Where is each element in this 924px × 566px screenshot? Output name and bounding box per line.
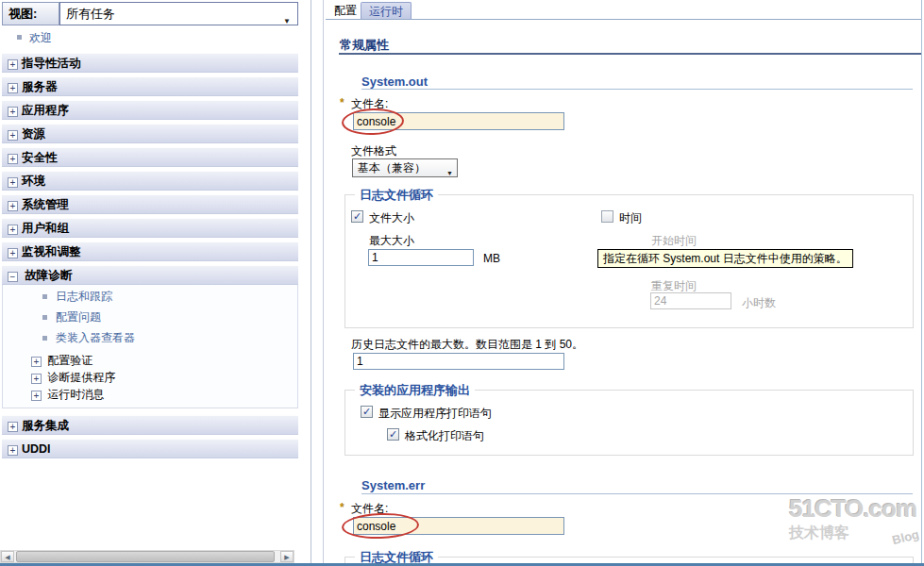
file-size-label: 文件大小 [369,210,414,226]
sidebar-item-logs-trace[interactable]: 日志和跟踪 [3,289,297,304]
repeat-time-unit: 小时数 [742,295,776,311]
filename-label: 文件名: [351,96,388,112]
admin-console-page: 视图: 所有任务 ▼ 欢迎 +指导性活动 +服务器 +应用程序 +资源 +安全性… [0,0,924,566]
view-label: 视图: [2,2,59,25]
check-icon: ✓ [389,428,397,440]
frame-right-border [921,0,922,566]
scrollbar-thumb[interactable] [16,551,275,562]
time-checkbox[interactable] [601,210,613,223]
max-size-label: 最大大小 [369,233,414,249]
sidebar-item-config-validation[interactable]: + 配置验证 [3,353,297,368]
log-rotation-legend: 日志文件循环 [355,187,438,204]
expand-icon[interactable]: + [8,107,18,117]
welcome-link[interactable]: 欢迎 [29,30,52,46]
file-format-dropdown[interactable]: 基本（兼容） ▼ [352,158,458,177]
sidebar-item-config-problems[interactable]: 配置问题 [3,309,297,325]
expand-icon[interactable]: + [31,374,42,384]
tab-runtime[interactable]: 运行时 [361,2,412,19]
expand-icon[interactable]: + [8,83,18,93]
format-print-checkbox[interactable]: ✓ [387,428,399,441]
file-format-label: 文件格式 [351,143,396,159]
navigation-sidebar: 视图: 所有任务 ▼ 欢迎 +指导性活动 +服务器 +应用程序 +资源 +安全性… [0,0,300,566]
tooltip: 指定在循环 System.out 日志文件中使用的策略。 [597,249,853,268]
file-size-checkbox[interactable]: ✓ [351,210,363,223]
show-print-checkbox[interactable]: ✓ [361,406,373,418]
expand-icon[interactable]: + [8,59,18,70]
chevron-down-icon: ▼ [446,165,453,182]
required-marker: * [340,501,344,514]
view-dropdown-value: 所有任务 [66,7,115,21]
format-print-label: 格式化打印语句 [405,428,484,444]
bullet-icon [17,35,22,40]
sidebar-item-security[interactable]: +安全性 [2,147,298,167]
watermark: 51CTO.com 技术博客 Blog [789,494,921,543]
sidebar-item-applications[interactable]: +应用程序 [2,100,298,120]
start-time-label: 开始时间 [651,233,697,249]
watermark-brand: 51CTO.com [789,494,921,524]
history-max-input[interactable] [353,353,564,370]
filename-label: 文件名: [351,501,388,517]
bullet-icon [42,336,47,341]
sidebar-item-diagnostic-providers[interactable]: + 诊断提供程序 [3,370,297,385]
tab-underline [326,19,922,20]
system-out-filename-input[interactable] [353,112,564,130]
installed-app-output-fieldset: 安装的应用程序输出 ✓ 显示应用程序打印语句 ✓ 格式化打印语句 [344,390,914,456]
installed-app-output-legend: 安装的应用程序输出 [355,382,475,399]
time-label: 时间 [619,210,642,226]
max-size-unit: MB [483,252,500,265]
sidebar-item-environment[interactable]: +环境 [2,171,298,191]
scroll-left-icon[interactable]: ◀ [1,551,14,562]
tab-configuration[interactable]: 配置 [327,2,364,19]
expand-icon[interactable]: + [8,225,18,235]
sidebar-item-troubleshooting[interactable]: − 故障诊断 [2,265,298,285]
frame-divider [323,0,324,566]
scroll-right-icon[interactable]: ▶ [280,551,294,562]
sidebar-item-monitoring[interactable]: +监视和调整 [2,241,298,261]
required-marker: * [340,96,344,109]
heading-rule [339,53,922,55]
system-out-heading: System.out [361,75,428,89]
frame-divider [311,0,311,566]
check-icon: ✓ [353,210,361,222]
sidebar-item-system-admin[interactable]: +系统管理 [2,194,298,214]
check-icon: ✓ [362,406,371,417]
bullet-icon [42,294,47,299]
file-format-value: 基本（兼容） [358,161,426,175]
troubleshooting-panel: 日志和跟踪 配置问题 类装入器查看器 + 配置验证 + 诊断提供程序 + 运行时… [2,285,298,408]
collapse-icon[interactable]: − [8,272,18,282]
view-dropdown[interactable]: 所有任务 ▼ [59,2,298,25]
expand-icon[interactable]: + [8,445,18,456]
sidebar-item-runtime-messages[interactable]: + 运行时消息 [3,387,297,402]
sidebar-item-welcome[interactable]: 欢迎 [0,29,298,46]
sidebar-item-guided-activities[interactable]: +指导性活动 [2,53,298,73]
expand-icon[interactable]: + [8,154,18,164]
sidebar-item-uddi[interactable]: +UDDI [2,439,298,458]
general-properties-heading: 常规属性 [340,37,389,54]
show-print-label: 显示应用程序打印语句 [378,406,492,422]
expand-icon[interactable]: + [8,177,18,188]
sidebar-item-resources[interactable]: +资源 [2,124,298,143]
repeat-time-input [650,292,731,309]
sidebar-item-service-integration[interactable]: +服务集成 [2,415,298,435]
history-label: 历史日志文件的最大数。数目范围是 1 到 50。 [351,337,583,353]
max-size-input[interactable] [368,249,474,266]
main-content: 配置 运行时 常规属性 System.out * 文件名: 文件格式 基本（兼容… [326,0,922,566]
sidebar-item-users-groups[interactable]: +用户和组 [2,218,298,238]
expand-icon[interactable]: + [8,248,18,258]
system-err-heading: System.err [361,478,425,492]
sidebar-item-servers[interactable]: +服务器 [2,76,298,96]
expand-icon[interactable]: + [8,422,18,432]
sidebar-item-classloader-viewer[interactable]: 类装入器查看器 [3,330,297,345]
expand-icon[interactable]: + [31,391,42,401]
heading-rule [361,89,913,90]
expand-icon[interactable]: + [31,357,42,367]
bullet-icon [42,315,47,320]
expand-icon[interactable]: + [8,201,18,211]
system-err-filename-input[interactable] [353,517,564,535]
sidebar-horizontal-scrollbar[interactable]: ◀ ▶ [0,550,294,563]
expand-icon[interactable]: + [8,130,18,141]
